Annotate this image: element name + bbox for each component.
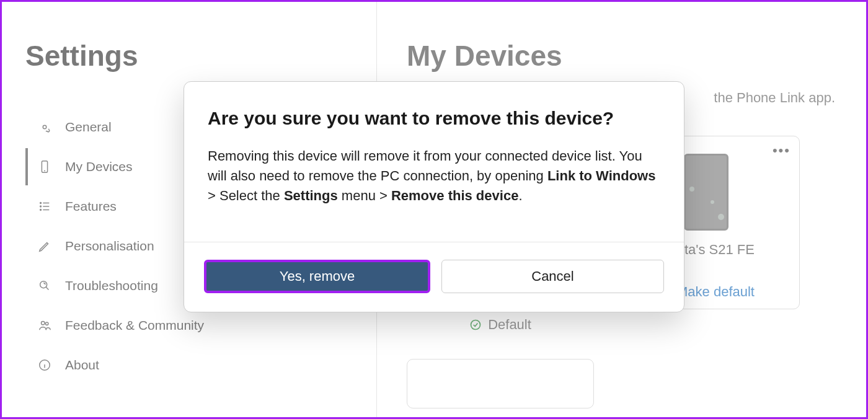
page-title: Settings [25, 39, 376, 73]
sidebar-item-label: General [65, 120, 112, 135]
sidebar-item-label: Troubleshooting [65, 278, 158, 293]
yes-remove-button[interactable]: Yes, remove [204, 260, 430, 293]
svg-point-3 [40, 203, 42, 204]
dialog-title: Are you sure you want to remove this dev… [208, 108, 660, 129]
pencil-icon [38, 239, 51, 253]
sidebar-item-feedback[interactable]: Feedback & Community [25, 307, 376, 344]
info-icon [38, 358, 51, 372]
make-default-link[interactable]: Make default [676, 284, 755, 300]
main-title: My Devices [407, 39, 841, 73]
more-icon[interactable]: ••• [773, 143, 790, 159]
svg-point-7 [40, 210, 42, 211]
svg-point-15 [471, 320, 480, 330]
gear-icon [38, 120, 51, 134]
remove-device-dialog: Are you sure you want to remove this dev… [184, 81, 684, 312]
troubleshoot-icon [38, 279, 51, 293]
sidebar-item-label: Personalisation [65, 239, 154, 254]
sidebar-item-about[interactable]: About [25, 346, 376, 384]
dialog-body-text: Removing this device will remove it from… [208, 146, 660, 206]
empty-card[interactable] [407, 359, 594, 408]
cancel-button[interactable]: Cancel [441, 260, 664, 293]
svg-point-0 [43, 125, 46, 129]
list-icon [38, 200, 51, 213]
svg-point-5 [40, 206, 42, 207]
svg-point-10 [42, 322, 45, 325]
check-icon [469, 319, 482, 331]
default-badge: Default [488, 317, 531, 333]
phone-icon [38, 160, 51, 174]
sidebar-item-label: Feedback & Community [65, 318, 204, 333]
people-icon [38, 319, 51, 332]
sidebar-item-label: About [65, 358, 99, 373]
sidebar-item-label: My Devices [65, 159, 133, 174]
dialog-footer: Yes, remove Cancel [184, 242, 684, 312]
sidebar-item-label: Features [65, 199, 117, 214]
svg-point-11 [45, 322, 48, 325]
phone-thumbnail [684, 154, 728, 231]
